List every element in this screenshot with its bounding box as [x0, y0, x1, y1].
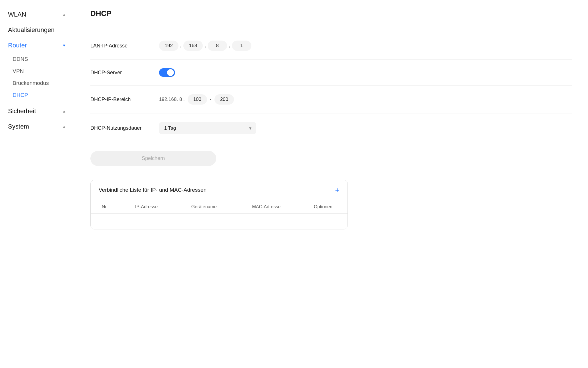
sidebar-item-aktualisierungen-label: Aktualisierungen: [8, 26, 55, 34]
cell-nr-empty: [91, 214, 119, 229]
add-entry-button[interactable]: +: [335, 186, 339, 194]
mac-ip-table-section: Verbindliche Liste für IP- und MAC-Adres…: [90, 180, 348, 229]
cell-mac-empty: [234, 214, 299, 229]
sidebar-subitem-ddns[interactable]: DDNS: [0, 53, 74, 65]
table-title: Verbindliche Liste für IP- und MAC-Adres…: [99, 187, 206, 193]
toggle-thumb: [167, 69, 174, 76]
lan-ip-octet-2[interactable]: [183, 41, 203, 51]
chevron-up-icon: ▲: [62, 12, 66, 17]
cell-ip-empty: [119, 214, 174, 229]
lan-ip-fields: . . .: [159, 41, 251, 51]
sidebar-item-aktualisierungen[interactable]: Aktualisierungen: [0, 22, 74, 38]
dhcp-ip-prefix: 192.168. 8 .: [159, 97, 185, 102]
lan-ip-octet-4[interactable]: [232, 41, 251, 51]
router-subitems: DDNS VPN Brückenmodus DHCP: [0, 53, 74, 103]
sidebar-subitem-dhcp[interactable]: DHCP: [0, 89, 74, 101]
ip-dash: -: [210, 97, 212, 103]
ip-dot-1: .: [180, 43, 182, 49]
table-row-empty: [91, 214, 347, 229]
sidebar-item-wlan[interactable]: WLAN ▲: [0, 7, 74, 22]
save-button[interactable]: Speichern: [90, 151, 216, 166]
dhcp-duration-row: DHCP-Nutzungsdauer 1 Tag 2 Tage 7 Tage 3…: [90, 113, 572, 143]
sidebar-item-router[interactable]: Router ▼: [0, 38, 74, 53]
dhcp-ip-range-label: DHCP-IP-Bereich: [90, 97, 159, 103]
save-button-row: Speichern: [90, 151, 572, 166]
dhcp-duration-select[interactable]: 1 Tag 2 Tage 7 Tage 30 Tage: [159, 122, 256, 134]
col-device: Gerätename: [174, 200, 234, 214]
sidebar-item-sicherheit[interactable]: Sicherheit ▲: [0, 103, 74, 119]
dhcp-ip-start[interactable]: [188, 94, 207, 105]
chevron-down-icon: ▼: [62, 43, 66, 48]
dhcp-duration-select-wrapper: 1 Tag 2 Tage 7 Tage 30 Tage ▼: [159, 122, 256, 134]
col-options: Optionen: [299, 200, 347, 214]
lan-ip-octet-3[interactable]: [208, 41, 227, 51]
dhcp-ip-range-row: DHCP-IP-Bereich 192.168. 8 . -: [90, 86, 572, 113]
col-mac: MAC-Adresse: [234, 200, 299, 214]
sidebar-item-router-label: Router: [8, 42, 27, 49]
sidebar-item-system[interactable]: System ▲: [0, 119, 74, 134]
main-content: DHCP LAN-IP-Adresse . . . DHCP-Server: [74, 0, 588, 368]
ip-dot-2: .: [204, 43, 206, 49]
dhcp-form: LAN-IP-Adresse . . . DHCP-Server: [90, 32, 572, 143]
col-nr: Nr.: [91, 200, 119, 214]
cell-options-empty: [299, 214, 347, 229]
chevron-up-icon-sicherheit: ▲: [62, 109, 66, 113]
page-title: DHCP: [90, 9, 572, 24]
dhcp-ip-end[interactable]: [214, 94, 234, 105]
sidebar-subitem-vpn[interactable]: VPN: [0, 65, 74, 77]
chevron-up-icon-system: ▲: [62, 124, 66, 129]
sidebar-item-system-label: System: [8, 123, 29, 130]
table-header: Nr. IP-Adresse Gerätename MAC-Adresse Op…: [91, 200, 347, 214]
dhcp-server-row: DHCP-Server: [90, 60, 572, 86]
lan-ip-label: LAN-IP-Adresse: [90, 43, 159, 49]
sidebar-item-wlan-label: WLAN: [8, 11, 26, 18]
dhcp-server-toggle-wrapper: [159, 68, 175, 77]
sidebar-item-sicherheit-label: Sicherheit: [8, 107, 36, 115]
table-header-row: Verbindliche Liste für IP- und MAC-Adres…: [91, 180, 347, 200]
cell-device-empty: [174, 214, 234, 229]
col-ip: IP-Adresse: [119, 200, 174, 214]
lan-ip-row: LAN-IP-Adresse . . .: [90, 32, 572, 60]
sidebar-subitem-brueckenmodus[interactable]: Brückenmodus: [0, 77, 74, 89]
dhcp-duration-label: DHCP-Nutzungsdauer: [90, 125, 159, 131]
dhcp-server-label: DHCP-Server: [90, 70, 159, 76]
mac-ip-table: Nr. IP-Adresse Gerätename MAC-Adresse Op…: [91, 200, 347, 229]
dhcp-server-toggle[interactable]: [159, 68, 175, 77]
ip-dot-3: .: [229, 43, 230, 49]
lan-ip-octet-1[interactable]: [159, 41, 178, 51]
sidebar: WLAN ▲ Aktualisierungen Router ▼ DDNS VP…: [0, 0, 74, 368]
dhcp-ip-range-fields: 192.168. 8 . -: [159, 94, 234, 105]
